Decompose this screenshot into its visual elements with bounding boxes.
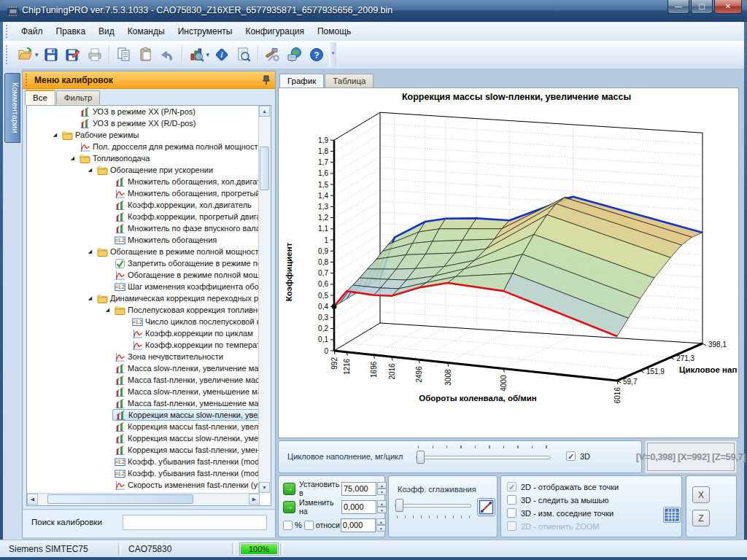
tree-item[interactable]: Коррекция массы fast-пленки, увеличение <box>27 421 271 432</box>
menu-item-помощь[interactable]: Помощь <box>311 23 357 39</box>
toolbar-overflow[interactable]: ▾ <box>329 42 336 67</box>
save-button[interactable] <box>40 44 62 66</box>
tree-item[interactable]: =1.2Множитель обогащения <box>27 234 271 246</box>
tree-item[interactable]: Масса slow-пленки, уменьшение массы <box>27 386 271 397</box>
vertical-scrollbar[interactable]: ▲ ▼ <box>258 106 271 493</box>
tree-item[interactable]: УОЗ в режиме XX (R/D-pos) <box>27 117 271 129</box>
surface-chart[interactable]: 00,10,20,30,40,50,60,70,80,911,11,21,31,… <box>279 88 738 437</box>
spin-down-button[interactable]: ▼ <box>377 489 387 495</box>
menu-item-конфигурация[interactable]: Конфигурация <box>239 23 311 39</box>
network-button[interactable] <box>284 44 306 66</box>
tree-item[interactable]: Коэфф.коррекции по температуре <box>27 339 271 351</box>
smoothing-slider-track[interactable] <box>395 504 471 508</box>
spin-up-button[interactable]: ▲ <box>376 518 386 525</box>
tree-item[interactable]: Пол. дросселя для режима полной мощности <box>27 141 271 152</box>
option-checkbox[interactable]: 3D - следить за мышью <box>507 494 609 505</box>
tree-item[interactable]: Скорость изменения fast-пленки (увелич.м <box>27 479 271 491</box>
save-as-button[interactable] <box>62 44 84 66</box>
grip-handle[interactable] <box>26 74 31 85</box>
print-button[interactable] <box>84 44 106 66</box>
relative-checkbox[interactable] <box>304 521 314 530</box>
tree-item[interactable]: ◢Динамическая коррекция переходных режим <box>27 292 271 304</box>
smoothing-slider-thumb[interactable] <box>395 499 403 512</box>
tree-item[interactable]: Зона нечувствительности <box>27 351 271 362</box>
view-chart-dropdown-arrow[interactable]: ▾ <box>206 51 210 58</box>
expand-arrow-icon[interactable]: ◢ <box>50 132 60 138</box>
open-file-button[interactable] <box>15 44 36 66</box>
print-preview-button[interactable] <box>233 44 255 66</box>
grip-handle[interactable] <box>6 25 11 38</box>
relative-value-input[interactable] <box>341 518 376 532</box>
expand-arrow-icon[interactable]: ◢ <box>85 167 95 173</box>
scrollbar-thumb[interactable] <box>260 147 269 190</box>
apply-set-button[interactable]: → <box>283 483 295 495</box>
change-value-input[interactable] <box>341 500 376 514</box>
view-chart-button[interactable] <box>186 44 208 66</box>
scrollbar-thumb[interactable] <box>47 494 193 504</box>
spin-down-button[interactable]: ▼ <box>376 525 386 532</box>
tree-item[interactable]: Коэфф.коррекции, прогретый двигатель <box>27 211 271 222</box>
tree-item[interactable]: Обогащение в режиме полной мощности <box>27 269 271 281</box>
tab-table[interactable]: Таблица <box>325 74 374 88</box>
tree-item[interactable]: =1.2Число циклов послепусковой коррекц <box>27 316 271 327</box>
expand-arrow-icon[interactable]: ◢ <box>68 155 77 161</box>
tree-item[interactable]: УОЗ в режиме XX (P/N-pos) <box>27 106 271 117</box>
tree-item[interactable]: ◢Топливоподача <box>27 152 271 164</box>
spin-up-button[interactable]: ▲ <box>377 482 387 489</box>
checkbox-box[interactable] <box>507 508 516 518</box>
slice-slider-track[interactable] <box>416 456 551 459</box>
tree-item[interactable]: Коэфф.коррекции, хол.двигатель <box>27 199 271 211</box>
tools-button[interactable] <box>262 44 284 66</box>
option-checkbox[interactable]: 3D - изм. соседние точки <box>507 508 614 518</box>
tree-item[interactable]: ◢Послепусковая коррекция топливной пле <box>27 304 271 316</box>
tree-item[interactable]: Масса fast-пленки, уменьшение массы <box>27 397 271 409</box>
paste-button[interactable] <box>135 44 157 66</box>
expand-arrow-icon[interactable]: ◢ <box>85 295 95 301</box>
tree-item[interactable]: Коррекция массы fast-пленки, уменьшени <box>27 444 271 456</box>
tree-item[interactable]: =1.2Шаг изменения коэффициента обогащени <box>27 281 271 292</box>
copy-button[interactable] <box>113 44 135 66</box>
close-button[interactable]: ✕ <box>714 0 742 14</box>
3d-checkbox[interactable]: ✓ 3D <box>566 451 590 461</box>
tree-item[interactable]: ◢Рабочие режимы <box>27 129 271 141</box>
horizontal-scrollbar[interactable]: ◀ ▶ <box>27 493 260 505</box>
tree-item[interactable]: Множитель обогащения, хол.двигатель <box>27 176 271 187</box>
tree-item[interactable]: Коррекция массы slow-пленки, уменьшен <box>27 432 271 444</box>
menu-item-команды[interactable]: Команды <box>121 23 171 39</box>
tree-item[interactable]: ◢Обогащение в режиме полной мощности <box>27 246 271 257</box>
undo-button[interactable] <box>157 44 179 66</box>
edit-curve-button[interactable] <box>477 498 495 516</box>
maximize-button[interactable]: ▢ <box>691 0 713 14</box>
open-file-dropdown-arrow[interactable]: ▾ <box>35 51 39 58</box>
tab-filter[interactable]: Фильтр <box>56 90 101 104</box>
tree-item[interactable]: ◢Обогащение при ускорении <box>27 164 271 176</box>
tree-item[interactable]: Множитель по фазе впускного вала, хол.д <box>27 222 271 234</box>
expand-arrow-icon[interactable]: ◢ <box>85 249 95 254</box>
tree-item[interactable]: =1.2Коэфф. убывания fast-пленки (mode 2) <box>27 467 271 479</box>
tree-item[interactable]: Коэфф.коррекции по циклам <box>27 327 271 339</box>
tab-graph[interactable]: График <box>279 74 324 88</box>
x-axis-button[interactable]: X <box>692 486 710 503</box>
info-button[interactable]: i <box>211 44 233 66</box>
table-grid-button[interactable] <box>663 507 681 523</box>
menu-item-вид[interactable]: Вид <box>92 23 121 39</box>
percent-checkbox[interactable] <box>283 521 293 530</box>
tree-item[interactable]: Масса fast-пленки, увеличение массы <box>27 374 271 386</box>
tree-item[interactable]: Масса slow-пленки, увеличение массы <box>27 362 271 374</box>
checkbox-box[interactable] <box>507 495 516 505</box>
menu-item-файл[interactable]: Файл <box>15 23 50 39</box>
expand-arrow-icon[interactable]: ◢ <box>103 307 112 313</box>
scroll-right-button[interactable]: ▶ <box>249 494 260 505</box>
tree-item[interactable]: Запретить обогащение в режиме полной <box>27 257 271 269</box>
spin-down-button[interactable]: ▼ <box>377 507 387 513</box>
scroll-up-button[interactable]: ▲ <box>259 106 270 117</box>
scroll-down-button[interactable]: ▼ <box>259 482 270 493</box>
tab-all[interactable]: Все <box>25 90 55 105</box>
tree-item[interactable]: Множитель обогащения, прогретый двига <box>27 187 271 199</box>
menu-item-правка[interactable]: Правка <box>50 23 93 39</box>
help-button[interactable]: ? <box>306 44 328 66</box>
search-input[interactable] <box>123 515 267 530</box>
spin-up-button[interactable]: ▲ <box>377 500 387 507</box>
z-axis-button[interactable]: Z <box>692 510 710 526</box>
minimize-button[interactable]: — <box>667 0 689 14</box>
